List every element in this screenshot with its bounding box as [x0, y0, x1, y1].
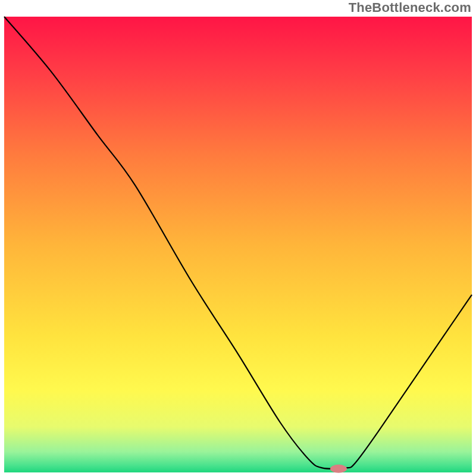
chart-svg [0, 0, 476, 476]
optimal-marker [330, 465, 347, 473]
gradient-background [4, 17, 472, 472]
chart-canvas: TheBottleneck.com [0, 0, 476, 476]
